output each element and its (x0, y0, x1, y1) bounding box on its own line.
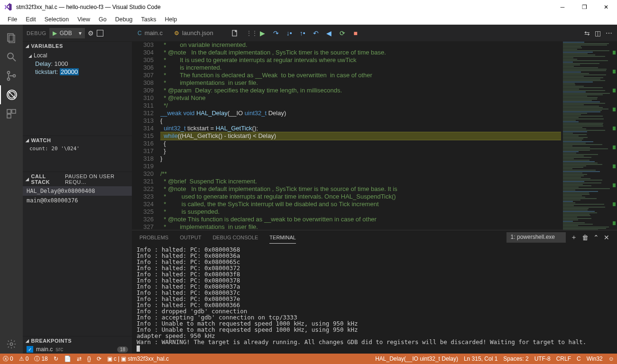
vs-logo-icon (3, 2, 13, 12)
debug-label: DEBUG (27, 30, 46, 36)
status-errors[interactable]: ⓧ 0 (0, 355, 16, 363)
debug-icon[interactable] (0, 85, 23, 104)
terminal-selector[interactable]: 1: powershell.exe (506, 232, 566, 243)
svg-rect-10 (7, 109, 11, 113)
minimap[interactable] (561, 41, 617, 230)
status-icon[interactable]: {} (84, 355, 94, 362)
restart-button[interactable]: ⟳ (336, 27, 349, 39)
stop-button[interactable]: ■ (349, 27, 362, 39)
menu-view[interactable]: View (74, 15, 94, 24)
menu-bar: File Edit Selection View Go Debug Tasks … (0, 14, 617, 25)
status-feedback-icon[interactable]: ☺ (606, 355, 617, 362)
settings-gear-icon[interactable] (0, 335, 23, 354)
maximize-panel-icon[interactable]: ⌃ (593, 234, 599, 241)
activity-bar (0, 25, 23, 354)
split-compare-icon[interactable]: ⇆ (584, 29, 590, 37)
status-spaces[interactable]: Spaces: 2 (500, 355, 531, 362)
status-icon[interactable]: 📄 (61, 355, 74, 362)
split-editor-icon[interactable]: ◫ (595, 29, 601, 37)
bottom-panel: PROBLEMS OUTPUT DEBUG CONSOLE TERMINAL 1… (132, 230, 617, 354)
menu-file[interactable]: File (4, 15, 21, 24)
explorer-icon[interactable] (0, 28, 23, 47)
status-info[interactable]: ⓘ 18 (31, 355, 50, 363)
status-icon[interactable]: ↻ (51, 355, 61, 362)
svg-point-13 (10, 343, 13, 346)
status-warnings[interactable]: ⚠ 0 (16, 355, 32, 362)
source-control-icon[interactable] (0, 66, 23, 85)
search-icon[interactable] (0, 47, 23, 66)
svg-point-4 (8, 72, 10, 74)
callstack-item[interactable]: main@0x08000376 (23, 196, 132, 205)
debug-settings-icon[interactable]: ⚙ (88, 29, 94, 37)
menu-selection[interactable]: Selection (41, 15, 73, 24)
panel-tab-terminal[interactable]: TERMINAL (269, 232, 296, 244)
variable-row[interactable]: Delay: 1000 (27, 60, 128, 68)
window-title: stm32f3xx_hal.c — hello-nucleo-f3 — Visu… (16, 4, 552, 10)
kill-terminal-icon[interactable]: 🗑 (582, 234, 589, 241)
watch-header[interactable]: ◢WATCH (23, 136, 132, 145)
svg-line-3 (13, 58, 16, 61)
menu-go[interactable]: Go (95, 15, 111, 24)
status-function[interactable]: HAL_Delay(__IO uint32_t Delay) (372, 355, 461, 362)
breakpoints-header[interactable]: ◢BREAKPOINTS (23, 337, 132, 345)
terminal-output[interactable]: Info : halted: PC: 0x08000368 Info : hal… (132, 245, 617, 354)
breakpoint-item[interactable]: ✓ main.c src 18 (23, 345, 132, 354)
svg-point-2 (8, 53, 13, 59)
panel-tab-output[interactable]: OUTPUT (180, 232, 201, 243)
status-language[interactable]: C (574, 355, 584, 362)
more-icon[interactable]: ⋯ (606, 29, 612, 37)
watch-item[interactable]: count: 20 '\024' (23, 145, 132, 153)
new-terminal-icon[interactable]: ＋ (571, 233, 577, 242)
step-back-button[interactable]: ↶ (309, 27, 322, 39)
tab-main-c[interactable]: Cmain.c (132, 25, 168, 41)
menu-help[interactable]: Help (161, 15, 181, 24)
debug-config-dropdown[interactable]: ▶GDB▾ (49, 28, 85, 38)
sidebar: DEBUG ▶GDB▾ ⚙ ◢VARIABLES ◢Local Delay: 1… (23, 25, 132, 354)
variables-scope-local[interactable]: ◢Local (27, 51, 128, 60)
status-eol[interactable]: CRLF (553, 355, 574, 362)
panel-tab-debugconsole[interactable]: DEBUG CONSOLE (212, 232, 258, 243)
status-position[interactable]: Ln 315, Col 1 (461, 355, 500, 362)
menu-edit[interactable]: Edit (22, 15, 40, 24)
variable-row[interactable]: tickstart: 20000 (27, 68, 128, 76)
open-file-icon[interactable] (229, 29, 242, 37)
status-icon[interactable]: ⇄ (74, 355, 84, 362)
svg-point-5 (8, 78, 10, 81)
debug-console-toggle-icon[interactable] (97, 30, 103, 36)
status-encoding[interactable]: UTF-8 (532, 355, 553, 362)
reverse-button[interactable]: ◀ (322, 27, 336, 39)
continue-button[interactable]: ▶ (256, 27, 269, 39)
breakpoint-checkbox[interactable]: ✓ (27, 346, 33, 353)
tab-launch-json[interactable]: ⚙launch.json (168, 25, 219, 41)
variables-header[interactable]: ◢VARIABLES (23, 42, 132, 50)
tab-bar: Cmain.c ⚙launch.json ⋮⋮ ▶ ↷ ↓• ↑• ↶ ◀ ⟳ … (132, 25, 617, 41)
maximize-button[interactable]: ❐ (573, 0, 595, 14)
debug-toolbar-grip-icon[interactable]: ⋮⋮ (248, 27, 256, 39)
callstack-item[interactable]: HAL_Delay@0x08000408 (23, 186, 132, 196)
menu-debug[interactable]: Debug (111, 15, 137, 24)
menu-tasks[interactable]: Tasks (138, 15, 160, 24)
close-panel-icon[interactable]: ✕ (604, 234, 609, 241)
status-breadcrumb[interactable]: ▣ c | ▣ stm32f3xx_hal.c (104, 355, 172, 362)
title-bar: stm32f3xx_hal.c — hello-nucleo-f3 — Visu… (0, 0, 617, 14)
status-bar: ⓧ 0 ⚠ 0 ⓘ 18 ↻ 📄 ⇄ {} ⟳ ▣ c | ▣ stm32f3x… (0, 354, 617, 364)
svg-rect-11 (12, 109, 16, 113)
svg-point-6 (13, 75, 16, 77)
callstack-header[interactable]: ◢CALL STACKPAUSED ON USER REQU… (23, 172, 132, 186)
status-target[interactable]: Win32 (584, 355, 606, 362)
svg-rect-12 (7, 114, 11, 118)
step-out-button[interactable]: ↑• (296, 27, 309, 39)
debug-toolbar: ⋮⋮ ▶ ↷ ↓• ↑• ↶ ◀ ⟳ ■ (248, 27, 362, 39)
minimize-button[interactable]: ─ (552, 0, 573, 14)
close-button[interactable]: ✕ (595, 0, 617, 14)
extensions-icon[interactable] (0, 104, 23, 123)
step-over-button[interactable]: ↷ (269, 27, 283, 39)
panel-tab-problems[interactable]: PROBLEMS (139, 232, 168, 243)
step-into-button[interactable]: ↓• (283, 27, 296, 39)
status-icon[interactable]: ⟳ (94, 355, 104, 362)
